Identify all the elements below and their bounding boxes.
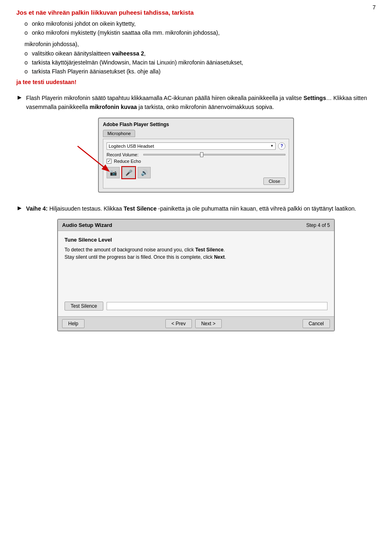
vaihe-4-section: ► Vaihe 4: Hiljaisuuden testaus. Klikkaa… [16, 204, 376, 331]
flash-info-btn[interactable]: ? [278, 142, 285, 150]
aw-footer-nav-btns: < Prev Next > [165, 319, 222, 328]
flash-icon-mic: 🎤 [122, 167, 135, 178]
vaihe-arrow-icon: ► [16, 204, 23, 212]
flash-tab-microphone: Microphone [103, 130, 135, 137]
intro-line: mikrofonin johdossa), [24, 40, 376, 49]
aw-cancel-btn[interactable]: Cancel [303, 319, 330, 328]
flash-reduce-echo-row: ✓ Reduce Echo [107, 159, 285, 164]
flash-reduce-echo-checkbox[interactable]: ✓ [107, 159, 111, 164]
sub-bullet-2: tarkista käyttöjärjestelmän (Windowsin, … [24, 58, 376, 67]
bullet-1: onko mikrofonisi johdot on oikein kyttet… [24, 19, 376, 28]
sub-bullet-list: valitsitko oikean äänityslaitteen vaihee… [24, 49, 376, 76]
aw-progress-area [65, 269, 327, 293]
flash-dialog-container: Adobe Flash Player Settings Microphone L… [98, 118, 294, 193]
aw-footer: Help < Prev Next > Cancel [58, 316, 334, 331]
flash-device-select: Logitech USB Headset ▼ [107, 142, 276, 150]
flash-text: Flash Playerin mikrofonin säätö tapahtuu… [26, 93, 376, 112]
flash-device-label: Logitech USB Headset [109, 144, 154, 149]
sub-bullet-1: valitsitko oikean äänityslaitteen vaihee… [24, 49, 376, 58]
aw-test-silence-btn[interactable]: Test Silence [65, 302, 103, 311]
flash-select-arrow: ▼ [270, 144, 274, 148]
aw-button-row: Test Silence [65, 302, 327, 311]
ja-tee-text: ja tee testi uudestaan! [16, 79, 76, 85]
aw-help-btn[interactable]: Help [62, 319, 85, 328]
flash-dialog-title: Adobe Flash Player Settings [103, 122, 289, 127]
aw-title-bar: Audio Setup Wizard Step 4 of 5 [58, 220, 334, 231]
aw-step: Step 4 of 5 [306, 222, 330, 228]
aw-desc: To detect the amount of background noise… [65, 246, 327, 261]
ja-tee-testi: ja tee testi uudestaan! [16, 79, 376, 85]
flash-slider-thumb [200, 152, 203, 157]
aw-section-title: Tune Silence Level [65, 237, 327, 243]
aw-prev-btn[interactable]: < Prev [165, 319, 192, 328]
flash-reduce-echo-label: Reduce Echo [114, 159, 141, 164]
flash-volume-slider[interactable] [143, 154, 285, 155]
header-bullet-list: onko mikrofonisi johdot on oikein kyttet… [24, 19, 376, 38]
aw-progress-input [107, 302, 327, 310]
flash-section: ► Flash Playerin mikrofonin säätö tapaht… [16, 93, 376, 112]
flash-dialog: Adobe Flash Player Settings Microphone L… [98, 118, 294, 193]
page-number: 7 [372, 4, 376, 11]
flash-device-row: Logitech USB Headset ▼ ? [107, 142, 285, 150]
flash-icons-row: 📷 🎤 🔊 [107, 167, 285, 178]
flash-icon-speaker: 🔊 [138, 167, 151, 178]
aw-title: Audio Setup Wizard [62, 222, 112, 228]
bullet-2: onko mikrofoni mykistetty (mykistin saat… [24, 28, 376, 37]
flash-volume-label: Record Volume: [107, 152, 143, 157]
flash-close-btn[interactable]: Close [263, 178, 285, 185]
arrow-icon: ► [16, 94, 23, 101]
flash-icon-camera: 📷 [107, 167, 120, 178]
aw-body: Tune Silence Level To detect the amount … [58, 231, 334, 316]
audio-wizard-dialog: Audio Setup Wizard Step 4 of 5 Tune Sile… [57, 219, 335, 331]
aw-next-btn[interactable]: Next > [195, 319, 222, 328]
flash-volume-row: Record Volume: [107, 152, 285, 157]
sub-bullet-3: tarkista Flash Playerin ääniasetukset (k… [24, 67, 376, 76]
flash-dialog-body: Logitech USB Headset ▼ ? Record Volume: … [103, 139, 289, 189]
vaihe-4-text: Vaihe 4: Hiljaisuuden testaus. Klikkaa T… [26, 204, 376, 213]
section-heading: Jos et näe vihreän palkin liikkuvan puhe… [16, 8, 376, 18]
vaihe-4-bullet: ► Vaihe 4: Hiljaisuuden testaus. Klikkaa… [16, 204, 376, 213]
